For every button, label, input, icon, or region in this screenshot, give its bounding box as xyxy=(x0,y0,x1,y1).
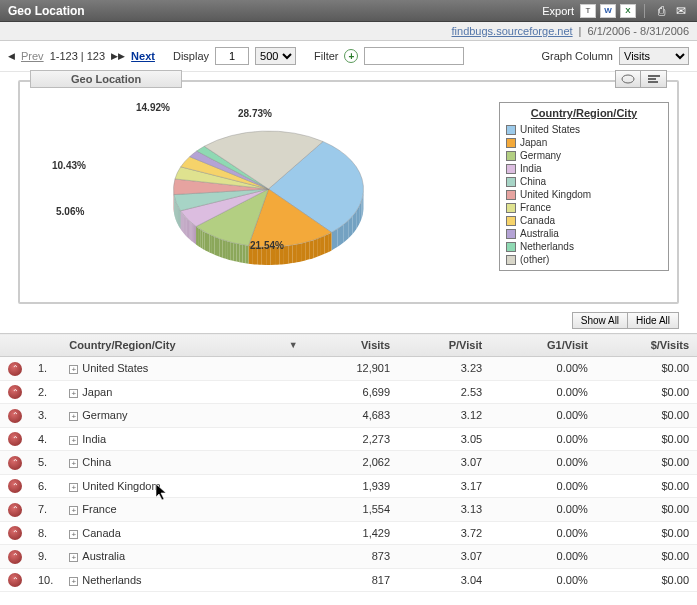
dollar-cell: $0.00 xyxy=(596,404,697,428)
legend-item[interactable]: Canada xyxy=(506,214,662,227)
pvisit-cell: 2.53 xyxy=(398,380,490,404)
col-rank-icon xyxy=(0,334,30,357)
next-link[interactable]: Next xyxy=(131,50,155,62)
pvisit-cell: 3.72 xyxy=(398,521,490,545)
legend-item[interactable]: Netherlands xyxy=(506,240,662,253)
rank-up-icon: ⌃ xyxy=(8,385,22,399)
legend-label: India xyxy=(520,163,542,174)
col-pvisit[interactable]: P/Visit xyxy=(398,334,490,357)
pvisit-cell: 3.23 xyxy=(398,357,490,381)
legend-item[interactable]: (other) xyxy=(506,253,662,266)
export-word-icon[interactable]: W xyxy=(600,4,616,18)
expand-icon[interactable]: + xyxy=(69,483,78,492)
slice-label-us: 28.73% xyxy=(238,108,272,119)
pvisit-cell: 3.07 xyxy=(398,451,490,475)
g1visit-cell: 0.00% xyxy=(490,498,596,522)
range-counter: 1-123 | 123 xyxy=(50,50,105,62)
expand-icon[interactable]: + xyxy=(69,389,78,398)
svg-rect-2 xyxy=(648,78,656,80)
legend-label: United States xyxy=(520,124,580,135)
legend-swatch-icon xyxy=(506,125,516,135)
legend-label: Netherlands xyxy=(520,241,574,252)
legend-item[interactable]: United Kingdom xyxy=(506,188,662,201)
legend-label: France xyxy=(520,202,551,213)
header-actions: Export T W X ⎙ ✉ xyxy=(542,4,689,18)
rank-number: 2. xyxy=(30,380,61,404)
table-row: ⌃10.+Netherlands8173.040.00%$0.00 xyxy=(0,568,697,592)
country-cell: France xyxy=(82,503,116,515)
g1visit-cell: 0.00% xyxy=(490,474,596,498)
show-hide-bar: Show All Hide All xyxy=(0,308,697,329)
view-bar-icon[interactable] xyxy=(641,70,667,88)
g1visit-cell: 0.00% xyxy=(490,380,596,404)
legend-item[interactable]: Australia xyxy=(506,227,662,240)
rank-up-icon: ⌃ xyxy=(8,409,22,423)
col-country[interactable]: Country/Region/City▼ xyxy=(61,334,305,357)
country-cell: Japan xyxy=(82,386,112,398)
export-excel-icon[interactable]: X xyxy=(620,4,636,18)
expand-icon[interactable]: + xyxy=(69,530,78,539)
chart-view-toggle xyxy=(615,70,667,88)
legend-label: Canada xyxy=(520,215,555,226)
dollar-cell: $0.00 xyxy=(596,451,697,475)
legend-item[interactable]: France xyxy=(506,201,662,214)
rank-number: 6. xyxy=(30,474,61,498)
expand-icon[interactable]: + xyxy=(69,459,78,468)
pvisit-cell: 3.05 xyxy=(398,427,490,451)
legend-swatch-icon xyxy=(506,177,516,187)
legend-swatch-icon xyxy=(506,138,516,148)
legend-item[interactable]: India xyxy=(506,162,662,175)
expand-icon[interactable]: + xyxy=(69,412,78,421)
domain-link[interactable]: findbugs.sourceforge.net xyxy=(452,25,573,37)
legend-swatch-icon xyxy=(506,151,516,161)
dollar-cell: $0.00 xyxy=(596,427,697,451)
expand-icon[interactable]: + xyxy=(69,436,78,445)
prev-arrow-icon: ◀ xyxy=(8,51,15,61)
perpage-select[interactable]: 500 xyxy=(255,47,296,65)
visits-cell: 2,273 xyxy=(306,427,398,451)
table-row: ⌃7.+France1,5543.130.00%$0.00 xyxy=(0,498,697,522)
legend-swatch-icon xyxy=(506,190,516,200)
expand-icon[interactable]: + xyxy=(69,577,78,586)
pie-chart: 28.73% 14.92% 10.43% 5.06% 21.54% xyxy=(28,94,489,294)
hide-all-button[interactable]: Hide All xyxy=(628,312,679,329)
col-g1visit[interactable]: G1/Visit xyxy=(490,334,596,357)
show-all-button[interactable]: Show All xyxy=(572,312,628,329)
legend-swatch-icon xyxy=(506,242,516,252)
visits-cell: 1,939 xyxy=(306,474,398,498)
slice-label-jp: 14.92% xyxy=(136,102,170,113)
table-row: ⌃1.+United States12,9013.230.00%$0.00 xyxy=(0,357,697,381)
legend-item[interactable]: China xyxy=(506,175,662,188)
email-icon[interactable]: ✉ xyxy=(673,4,689,18)
filter-label: Filter xyxy=(314,50,338,62)
country-cell: United States xyxy=(82,362,148,374)
legend-item[interactable]: Germany xyxy=(506,149,662,162)
expand-icon[interactable]: + xyxy=(69,553,78,562)
country-cell: Germany xyxy=(82,409,127,421)
visits-cell: 2,062 xyxy=(306,451,398,475)
export-text-icon[interactable]: T xyxy=(580,4,596,18)
prev-link[interactable]: Prev xyxy=(21,50,44,62)
country-cell: United Kingdom xyxy=(82,480,160,492)
expand-icon[interactable]: + xyxy=(69,365,78,374)
view-pie-icon[interactable] xyxy=(615,70,641,88)
print-icon[interactable]: ⎙ xyxy=(653,4,669,18)
col-country-label: Country/Region/City xyxy=(69,339,175,351)
page-input[interactable] xyxy=(215,47,249,65)
page-title: Geo Location xyxy=(8,4,542,18)
add-filter-icon[interactable]: + xyxy=(344,49,358,63)
col-visits[interactable]: Visits xyxy=(306,334,398,357)
filter-input[interactable] xyxy=(364,47,464,65)
dollar-cell: $0.00 xyxy=(596,380,697,404)
slice-label-in: 5.06% xyxy=(56,206,84,217)
table-row: ⌃5.+China2,0623.070.00%$0.00 xyxy=(0,451,697,475)
expand-icon[interactable]: + xyxy=(69,506,78,515)
pvisit-cell: 3.04 xyxy=(398,568,490,592)
graph-column-select[interactable]: Visits xyxy=(619,47,689,65)
legend-item[interactable]: United States xyxy=(506,123,662,136)
legend-item[interactable]: Japan xyxy=(506,136,662,149)
export-label: Export xyxy=(542,5,574,17)
g1visit-cell: 0.00% xyxy=(490,427,596,451)
col-dollar[interactable]: $/Visits xyxy=(596,334,697,357)
rank-up-icon: ⌃ xyxy=(8,526,22,540)
